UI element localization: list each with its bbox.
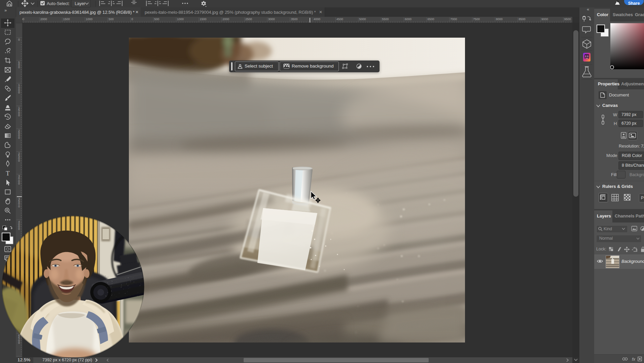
svg-text:8000: 8000 (496, 17, 503, 21)
svg-text:500: 500 (109, 17, 114, 21)
svg-text:5500: 5500 (382, 17, 389, 21)
svg-text:Auto-Select:: Auto-Select: (47, 1, 70, 6)
svg-text:1000: 1000 (86, 17, 93, 21)
svg-text:1500: 1500 (200, 17, 207, 21)
svg-text:T: T (6, 170, 10, 177)
svg-text:0: 0 (18, 205, 20, 208)
svg-text:fx: fx (632, 357, 636, 362)
svg-text:500: 500 (154, 17, 159, 21)
svg-text:8500: 8500 (518, 17, 525, 21)
svg-text:3000: 3000 (268, 17, 275, 21)
svg-text:9000: 9000 (541, 17, 548, 21)
svg-text:Layer: Layer (75, 1, 85, 6)
svg-text:1500: 1500 (63, 17, 70, 21)
svg-text:4000: 4000 (314, 17, 320, 21)
svg-text:1000: 1000 (177, 17, 184, 21)
svg-text:6500: 6500 (428, 17, 434, 21)
svg-text:2000: 2000 (40, 17, 47, 21)
svg-text:5000: 5000 (359, 17, 366, 21)
svg-text:7000: 7000 (450, 17, 457, 21)
svg-text:7500: 7500 (473, 17, 480, 21)
svg-text:0: 0 (132, 17, 133, 21)
svg-text:2000: 2000 (222, 17, 229, 21)
svg-text:0: 0 (18, 91, 20, 94)
svg-text:6000: 6000 (405, 17, 412, 21)
svg-text:0: 0 (18, 159, 20, 162)
svg-text:4500: 4500 (336, 17, 343, 21)
svg-text:0: 0 (18, 136, 20, 139)
svg-text:9500: 9500 (564, 17, 571, 21)
svg-text:0: 0 (18, 114, 20, 117)
svg-text:0: 0 (18, 38, 20, 41)
svg-text:2500: 2500 (245, 17, 252, 21)
svg-text:3500: 3500 (291, 17, 297, 21)
svg-text:0: 0 (18, 182, 20, 185)
svg-text:0: 0 (18, 66, 20, 69)
